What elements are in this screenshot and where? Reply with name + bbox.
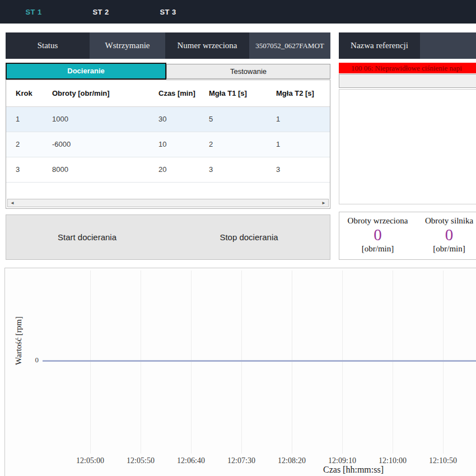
reference-header: Nazwa referencji	[339, 32, 476, 59]
x-tick-label: 12:09:10	[317, 456, 367, 465]
tab-docieranie[interactable]: Docieranie	[6, 63, 166, 80]
tab-st2[interactable]: ST 2	[67, 8, 134, 16]
table-cell: 20	[149, 157, 199, 182]
y-tick-zero: 0	[29, 356, 39, 365]
spindle-number-label: Numer wrzeciona	[165, 32, 249, 59]
rpm-readouts-panel: Obroty wrzeciona 0 [obr/min] Obroty siln…	[339, 212, 476, 260]
reference-name-value	[420, 32, 476, 59]
spindle-rpm-unit: [obr/min]	[362, 244, 394, 254]
gridline	[292, 270, 292, 454]
spindle-rpm-label: Obroty wrzeciona	[348, 216, 408, 226]
spindle-number-value: 3507052_0627FAMOT	[249, 32, 330, 59]
station-tab-bar: ST 1 ST 2 ST 3	[0, 0, 476, 24]
table-cell: 1	[6, 107, 43, 132]
table-cell: 3	[267, 157, 321, 182]
table-cell: 1000	[43, 107, 149, 132]
spindle-rpm-value: 0	[374, 226, 382, 244]
steps-table: KrokObroty [obr/min]Czas [min]Mgła T1 [s…	[6, 80, 330, 209]
table-cell: 3	[199, 157, 267, 182]
status-header: Status Wstrzymanie Numer wrzeciona 35070…	[6, 32, 330, 59]
status-label: Status	[6, 32, 90, 59]
motor-rpm-readout: Obroty silnika 0 [obr/min]	[416, 212, 476, 259]
column-header: Czas [min]	[149, 80, 199, 106]
x-tick-label: 12:08:20	[267, 456, 317, 465]
x-tick-label: 12:06:40	[166, 456, 216, 465]
horizontal-scrollbar[interactable]: ◄ ►	[7, 199, 329, 207]
scroll-left-icon[interactable]: ◄	[10, 199, 15, 207]
table-cell: 1	[267, 132, 321, 157]
column-header: Mgła T1 [s]	[199, 80, 267, 106]
x-tick-label: 12:10:00	[367, 456, 418, 465]
table-cell: 1	[267, 107, 321, 132]
rpm-series-line	[43, 360, 476, 362]
alarm-secondary-row	[339, 74, 476, 88]
table-row[interactable]: 2-60001021	[6, 132, 330, 157]
alarm-history-list[interactable]	[339, 89, 476, 204]
table-row[interactable]: 110003051	[6, 107, 330, 132]
scroll-right-icon[interactable]: ►	[321, 199, 326, 207]
spindle-rpm-readout: Obroty wrzeciona 0 [obr/min]	[339, 212, 416, 259]
x-tick-label: 12:05:00	[65, 456, 115, 465]
x-tick-label: 12:05:50	[115, 456, 166, 465]
x-axis-title: Czas [hh:mm:ss]	[303, 465, 404, 475]
table-cell: 5	[199, 107, 267, 132]
control-panel: Start docierania Stop docierania	[6, 214, 330, 260]
x-tick-label: 12:10:50	[418, 456, 468, 465]
motor-rpm-label: Obroty silnika	[425, 216, 473, 226]
rpm-trend-chart: Wartość [rpm] 0 12:05:0012:05:5012:06:40…	[4, 268, 476, 476]
gridline	[191, 270, 192, 454]
gridline	[443, 270, 444, 454]
gridline	[141, 270, 141, 454]
tab-testowanie[interactable]: Testowanie	[166, 64, 330, 79]
x-tick-label: 12:07:30	[216, 456, 267, 465]
gridline	[241, 270, 242, 454]
column-header: Obroty [obr/min]	[43, 80, 149, 106]
gridline	[393, 270, 393, 454]
table-cell: 2	[199, 132, 267, 157]
tab-st3[interactable]: ST 3	[134, 8, 202, 16]
reference-name-label: Nazwa referencji	[339, 32, 420, 59]
table-cell: 2	[6, 132, 43, 157]
motor-rpm-value: 0	[445, 226, 454, 244]
column-header: Krok	[6, 80, 43, 106]
steps-table-body: 1100030512-60001021380002033	[6, 107, 330, 183]
column-header: Mgła T2 [s]	[267, 80, 321, 106]
steps-table-header: KrokObroty [obr/min]Czas [min]Mgła T1 [s…	[6, 80, 330, 107]
start-docierania-button[interactable]: Start docierania	[6, 232, 168, 242]
alarm-message-bar: 100 06: Nieprawidłowe ciśnienie napi	[339, 63, 476, 73]
table-cell: 8000	[43, 157, 149, 182]
gridline	[90, 270, 91, 454]
table-cell: 3	[6, 157, 43, 182]
stop-docierania-button[interactable]: Stop docierania	[168, 232, 330, 242]
y-axis-title: Wartość [rpm]	[14, 316, 24, 365]
gridline	[342, 270, 343, 454]
table-cell: 10	[149, 132, 199, 157]
tab-st1[interactable]: ST 1	[0, 8, 67, 16]
table-cell: 30	[149, 107, 199, 132]
table-row[interactable]: 380002033	[6, 157, 330, 183]
motor-rpm-unit: [obr/min]	[433, 244, 465, 254]
table-cell: -6000	[43, 132, 149, 157]
status-value: Wstrzymanie	[90, 32, 165, 59]
